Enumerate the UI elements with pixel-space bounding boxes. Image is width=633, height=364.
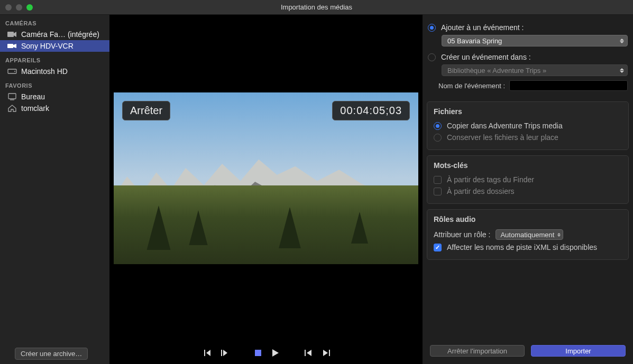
files-header: Fichiers [434, 107, 622, 116]
copy-files-option[interactable]: Copier dans Adventure Trips media [434, 120, 622, 132]
svg-rect-9 [305, 350, 306, 356]
sidebar-item-camera-builtin[interactable]: Caméra Fa… (intégrée) [0, 29, 109, 40]
step-back-button[interactable] [201, 349, 211, 357]
folder-keywords-label: À partir des dossiers [447, 187, 515, 195]
stop-capture-button[interactable]: Arrêter [122, 101, 170, 120]
add-to-event-option[interactable]: Ajouter à un événement : [428, 21, 628, 34]
prev-clip-button[interactable] [304, 349, 313, 357]
radio-icon [428, 24, 436, 32]
radio-icon [434, 134, 442, 142]
sidebar-item-desktop[interactable]: Bureau [0, 91, 109, 102]
svg-rect-6 [204, 350, 205, 356]
stop-button[interactable] [254, 349, 262, 357]
chevron-updown-icon [620, 39, 624, 43]
finder-tags-label: À partir des tags du Finder [447, 175, 534, 184]
svg-point-3 [14, 71, 15, 72]
sidebar-item-macintosh-hd[interactable]: Macintosh HD [0, 66, 109, 77]
folder-keywords-option[interactable]: À partir des dossiers [434, 185, 622, 197]
video-preview: Arrêter 00:04:05;03 [114, 92, 418, 264]
event-select[interactable]: 05 Bavaria Spring [442, 35, 628, 46]
sidebar-item-label: Macintosh HD [21, 67, 68, 76]
svg-rect-0 [7, 32, 14, 37]
leave-files-option[interactable]: Conserver les fichiers à leur place [434, 132, 622, 143]
svg-rect-7 [221, 350, 222, 356]
leave-files-label: Conserver les fichiers à leur place [447, 133, 558, 142]
audio-roles-header: Rôles audio [434, 215, 622, 223]
create-event-option[interactable]: Créer un événement dans : [428, 51, 628, 63]
radio-icon [428, 53, 436, 61]
harddrive-icon [7, 68, 17, 75]
keywords-header: Mots-clés [434, 161, 622, 170]
add-to-event-label: Ajouter à un événement : [441, 23, 524, 32]
camcorder-icon [7, 42, 17, 50]
camera-icon [7, 31, 17, 38]
transport-bar [109, 342, 423, 364]
library-select: Bibliothèque « Adventure Trips » [442, 64, 628, 76]
ixml-option[interactable]: Affecter les noms de piste iXML si dispo… [434, 241, 622, 253]
svg-rect-8 [255, 350, 261, 356]
assign-role-select[interactable]: Automatiquement [496, 229, 563, 240]
chevron-updown-icon [557, 233, 561, 237]
event-select-value: 05 Bavaria Spring [447, 37, 502, 45]
audio-roles-section: Rôles audio Attribuer un rôle : Automati… [427, 209, 629, 260]
titlebar: Importation des médias [0, 0, 633, 15]
event-name-label: Nom de l'événement : [438, 82, 505, 90]
library-select-value: Bibliothèque « Adventure Trips » [447, 67, 546, 74]
sidebar-item-label: Caméra Fa… (intégrée) [21, 30, 99, 39]
preview-pane: Arrêter 00:04:05;03 [109, 15, 423, 364]
sidebar-header-favorites: FAVORIS [0, 77, 109, 91]
sidebar-item-label: Sony HDV-VCR [21, 42, 74, 50]
next-clip-button[interactable] [322, 349, 331, 357]
create-event-label: Créer un événement dans : [441, 53, 531, 61]
svg-rect-10 [329, 350, 330, 356]
svg-rect-4 [8, 94, 16, 99]
sidebar-header-devices: APPAREILS [0, 52, 109, 66]
assign-role-value: Automatiquement [500, 231, 554, 239]
svg-rect-1 [7, 44, 13, 48]
chevron-updown-icon [620, 68, 624, 73]
checkbox-icon [434, 244, 442, 251]
finder-tags-option[interactable]: À partir des tags du Finder [434, 174, 622, 185]
sidebar-item-home[interactable]: tomclark [0, 102, 109, 114]
sidebar-item-sony-hdv[interactable]: Sony HDV-VCR [0, 40, 109, 52]
event-name-input[interactable] [509, 80, 628, 91]
keywords-section: Mots-clés À partir des tags du Finder À … [427, 155, 629, 204]
play-button[interactable] [271, 349, 280, 357]
step-forward-button[interactable] [221, 349, 230, 357]
checkbox-icon [434, 176, 442, 184]
window-title: Importation des médias [0, 3, 633, 11]
assign-role-label: Attribuer un rôle : [434, 230, 490, 239]
import-settings-panel: Ajouter à un événement : 05 Bavaria Spri… [423, 15, 633, 364]
copy-files-label: Copier dans Adventure Trips media [447, 122, 563, 130]
home-icon [7, 105, 17, 112]
sidebar-item-label: Bureau [21, 92, 45, 101]
create-archive-button[interactable]: Créer une archive… [15, 348, 88, 360]
desktop-icon [7, 93, 17, 100]
stop-import-button[interactable]: Arrêter l'importation [430, 345, 525, 357]
sidebar-item-label: tomclark [21, 104, 49, 113]
ixml-label: Affecter les noms de piste iXML si dispo… [447, 243, 597, 251]
import-button[interactable]: Importer [531, 345, 626, 357]
radio-icon [434, 122, 442, 130]
timecode-display: 00:04:05;03 [332, 101, 410, 120]
checkbox-icon [434, 188, 442, 195]
files-section: Fichiers Copier dans Adventure Trips med… [427, 101, 629, 150]
source-sidebar: CAMÉRAS Caméra Fa… (intégrée) Sony HDV-V… [0, 15, 109, 364]
sidebar-header-cameras: CAMÉRAS [0, 15, 109, 29]
